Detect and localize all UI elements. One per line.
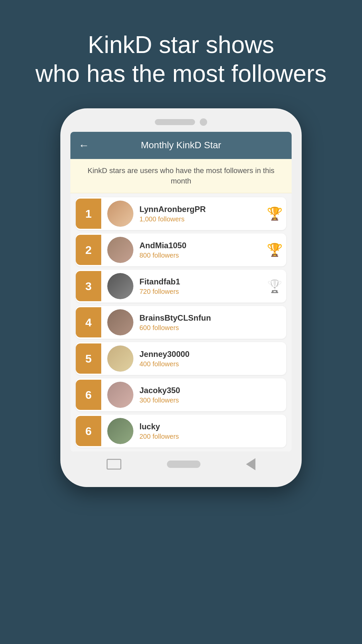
follower-count: 400 followers <box>139 360 263 368</box>
leaderboard-item[interactable]: 2 AndMia1050 800 followers 🏆 <box>76 233 286 266</box>
headline: KinkD star shows who has the most follow… <box>15 30 347 88</box>
user-info: lucky 200 followers <box>139 419 263 444</box>
headline-line1: KinkD star shows <box>88 31 274 58</box>
rank-badge: 6 <box>76 416 101 446</box>
user-info: Jenney30000 400 followers <box>139 346 263 371</box>
trophy-gold-icon: 🏆 <box>267 243 283 257</box>
leaderboard-item[interactable]: 3 Fitandfab1 720 followers 🏆 <box>76 270 286 303</box>
nav-recent-icon[interactable] <box>107 459 121 470</box>
phone-bottom-bar <box>70 451 292 474</box>
leaderboard-item[interactable]: 4 BrainsBtyCLSnfun 600 followers <box>76 306 286 339</box>
leaderboard-item[interactable]: 1 LynnAronbergPR 1,000 followers 🏆 <box>76 197 286 230</box>
rank-badge: 2 <box>76 235 101 265</box>
avatar <box>107 345 133 372</box>
back-button[interactable]: ← <box>78 139 89 152</box>
rank-badge: 5 <box>76 343 101 374</box>
follower-count: 200 followers <box>139 433 263 440</box>
phone-camera <box>200 118 207 126</box>
rank-badge: 3 <box>76 271 101 301</box>
avatar <box>107 418 133 444</box>
leaderboard-list: 1 LynnAronbergPR 1,000 followers 🏆 2 <box>70 193 292 451</box>
leaderboard-item[interactable]: 6 Jacoky350 300 followers <box>76 378 286 411</box>
username: Jacoky350 <box>139 386 263 395</box>
rank-badge: 4 <box>76 307 101 337</box>
username: AndMia1050 <box>139 241 263 250</box>
nav-back-icon[interactable] <box>246 458 255 470</box>
avatar <box>107 309 133 335</box>
phone-speaker <box>155 119 195 125</box>
trophy-gold-icon: 🏆 <box>267 206 283 221</box>
rank-badge: 6 <box>76 380 101 410</box>
follower-count: 600 followers <box>139 324 263 332</box>
home-button[interactable] <box>167 461 200 468</box>
headline-line2: who has the most followers <box>36 60 326 87</box>
phone-screen: ← Monthly KinkD Star KinkD stars are use… <box>70 132 292 452</box>
follower-count: 800 followers <box>139 252 263 259</box>
username: LynnAronbergPR <box>139 205 263 214</box>
leaderboard-item[interactable]: 5 Jenney30000 400 followers <box>76 342 286 375</box>
trophy-area: 🏆 <box>263 206 286 221</box>
avatar <box>107 382 133 408</box>
user-info: BrainsBtyCLSnfun 600 followers <box>139 310 263 335</box>
follower-count: 1,000 followers <box>139 215 263 223</box>
user-info: Jacoky350 300 followers <box>139 382 263 408</box>
username: Fitandfab1 <box>139 277 263 286</box>
username: lucky <box>139 422 263 431</box>
phone-top-bar <box>70 118 292 126</box>
trophy-area: 🏆 <box>263 243 286 257</box>
username: Jenney30000 <box>139 350 263 359</box>
info-banner: KinkD stars are users who have the most … <box>70 159 292 194</box>
phone-device: ← Monthly KinkD Star KinkD stars are use… <box>60 108 302 487</box>
avatar <box>107 273 133 299</box>
follower-count: 720 followers <box>139 288 263 296</box>
username: BrainsBtyCLSnfun <box>139 313 263 323</box>
app-title: Monthly KinkD Star <box>141 140 221 151</box>
app-header: ← Monthly KinkD Star <box>70 132 292 159</box>
user-info: LynnAronbergPR 1,000 followers <box>139 201 263 226</box>
trophy-silver-icon: 🏆 <box>267 279 283 293</box>
avatar <box>107 201 133 227</box>
leaderboard-item[interactable]: 6 lucky 200 followers <box>76 415 286 447</box>
rank-badge: 1 <box>76 199 101 229</box>
avatar <box>107 237 133 263</box>
trophy-area: 🏆 <box>263 279 286 293</box>
follower-count: 300 followers <box>139 396 263 404</box>
user-info: Fitandfab1 720 followers <box>139 274 263 299</box>
user-info: AndMia1050 800 followers <box>139 237 263 263</box>
